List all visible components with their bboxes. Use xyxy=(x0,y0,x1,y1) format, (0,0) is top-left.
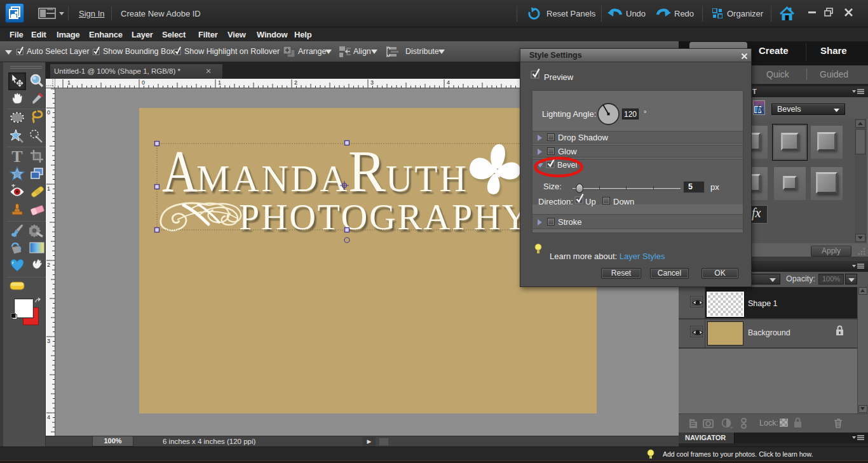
svg-text:UTH: UTH xyxy=(386,158,466,199)
svg-text:A: A xyxy=(162,138,198,204)
svg-text:R: R xyxy=(348,138,386,204)
svg-text:T: T xyxy=(11,149,22,164)
svg-text:MANDA: MANDA xyxy=(196,158,347,199)
svg-text:PHOTOGRAPHY: PHOTOGRAPHY xyxy=(239,196,529,238)
